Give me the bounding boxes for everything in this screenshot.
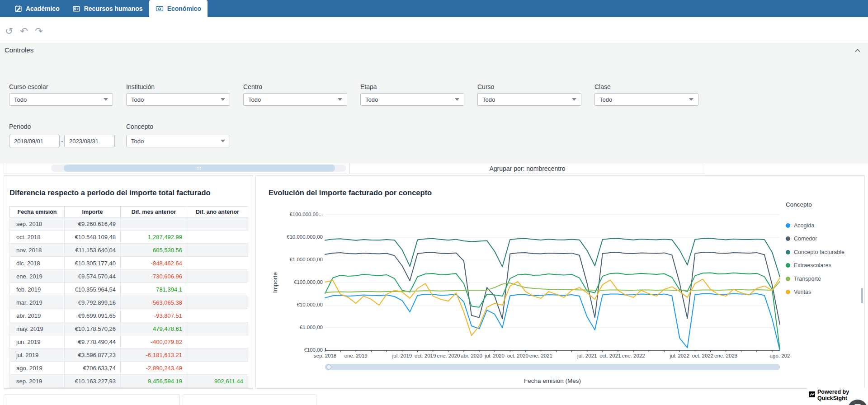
institucion-select[interactable]: Todo	[126, 93, 230, 106]
banknote-icon	[156, 5, 164, 13]
legend-item[interactable]: Extraescolares	[786, 259, 844, 273]
chevron-down-icon	[221, 98, 225, 101]
x-axis-tick-label: ago. 202	[770, 353, 790, 358]
cell-dif-ano	[187, 335, 248, 348]
undo-icon[interactable]: ↶	[19, 25, 29, 37]
period-to-input[interactable]	[64, 135, 115, 147]
cell-fecha: sep. 2019	[10, 375, 65, 388]
x-axis-title: Fecha emisión (Mes)	[524, 377, 581, 384]
etapa-select[interactable]: Todo	[360, 93, 464, 106]
x-axis-tick-label: abr. 2020	[461, 353, 482, 358]
cell-dif-mes: 1,287,492.99	[121, 231, 187, 244]
reset-icon[interactable]: ↺	[4, 25, 14, 37]
chevron-down-icon	[689, 98, 693, 101]
select-value: Todo	[599, 96, 612, 103]
tab-label: Académico	[26, 5, 60, 12]
legend-item[interactable]: Ventas	[786, 286, 844, 299]
table-row[interactable]: sep. 2019€10.163.227,939,456,594.19902,6…	[10, 375, 248, 388]
cell-dif-ano	[187, 257, 248, 270]
cell-importe: €11.153.640,04	[65, 244, 121, 257]
x-axis-tick-label: sep. 2018	[314, 353, 337, 358]
chevron-down-icon	[104, 98, 108, 101]
concepto-select[interactable]: Todo	[126, 135, 230, 147]
x-axis-tick-label: ene. 2021	[529, 353, 552, 358]
table-row[interactable]: jun. 2019€9.778.490,44-400,079.82	[10, 335, 248, 348]
horizontal-scrollbar-thumb[interactable]	[64, 165, 335, 172]
cell-dif-ano: 902,611.44	[187, 375, 248, 388]
tab-label: Recursos humanos	[84, 5, 143, 12]
clase-select[interactable]: Todo	[594, 93, 698, 106]
col-dif-ano-anterior[interactable]: Dif. año anterior	[187, 207, 248, 217]
table-row[interactable]: dic. 2018€10.305.177,40-848,462.64	[10, 257, 248, 270]
cell-fecha: sep. 2018	[10, 217, 65, 231]
legend-label: Ventas	[794, 289, 811, 295]
x-axis-tick-label: ene. 2020	[437, 353, 460, 358]
legend-item[interactable]: Transporte	[786, 272, 844, 286]
x-axis-tick-label: oct. 2021	[599, 353, 621, 358]
table-row[interactable]: sep. 2018€9.260.616,49	[10, 217, 248, 231]
select-value: Todo	[131, 96, 144, 103]
chart-horizontal-scrollbar[interactable]	[325, 364, 780, 370]
x-axis-tick-label: oct. 2019	[415, 353, 436, 358]
redo-icon[interactable]: ↷	[33, 25, 44, 37]
x-axis-tick-label: oct. 2020	[507, 353, 528, 358]
col-fecha-emision[interactable]: Fecha emisión	[10, 207, 65, 217]
series-line-ventas	[325, 278, 780, 336]
sheet-tabbar: Académico Recursos humanos Económico	[0, 0, 868, 17]
tab-recursos-humanos[interactable]: Recursos humanos	[66, 0, 149, 17]
centro-select[interactable]: Todo	[243, 93, 347, 106]
chevron-down-icon	[455, 98, 459, 101]
tab-economico[interactable]: Económico	[149, 0, 208, 17]
card-vertical-scrollbar[interactable]	[861, 288, 863, 303]
collapse-chevron-icon[interactable]	[854, 47, 862, 55]
cell-importe: €9.260.616,49	[65, 217, 121, 231]
table-row[interactable]: oct. 2018€10.548.109,481,287,492.99	[10, 231, 248, 244]
legend-label: Comedor	[794, 235, 817, 242]
cell-dif-ano	[187, 244, 248, 257]
chart-scrollbar-thumb[interactable]	[326, 365, 331, 369]
cell-dif-ano	[187, 270, 248, 283]
legend-item[interactable]: Comedor	[786, 232, 844, 246]
cell-fecha: jun. 2019	[10, 335, 65, 348]
series-line-acogida	[325, 294, 780, 350]
cell-dif-ano	[187, 309, 248, 322]
filter-label-curso: Curso	[477, 83, 494, 90]
table-row[interactable]: ene. 2019€9.574.570,44-730,606.96	[10, 270, 248, 283]
legend-dot	[786, 250, 790, 254]
table-row[interactable]: ago. 2019€706.633,74-2,890,243.49	[10, 362, 248, 375]
table-row[interactable]: may. 2019€10.178.570,26479,478.61	[10, 322, 248, 335]
period-from-input[interactable]	[9, 135, 60, 147]
table-row[interactable]: mar. 2019€9.792.899,16-563,065.38	[10, 296, 248, 309]
cell-importe: €10.355.964,54	[65, 283, 121, 296]
cell-dif-ano	[187, 362, 248, 375]
select-value: Todo	[482, 96, 495, 103]
scrolled-visual-bottom	[4, 163, 347, 174]
curso-select[interactable]: Todo	[477, 93, 581, 106]
cell-fecha: may. 2019	[10, 322, 65, 335]
legend-item[interactable]: Acogida	[786, 219, 844, 232]
col-dif-mes-anterior[interactable]: Dif. mes anterior	[121, 207, 187, 217]
table-row[interactable]: abr. 2019€9.699.091,65-93,807.51	[10, 309, 248, 322]
table-row[interactable]: feb. 2019€10.355.964,54781,394.1	[10, 283, 248, 296]
legend-item[interactable]: Concepto facturable	[786, 245, 844, 259]
x-axis-tick-label: jul. 2021	[577, 353, 597, 358]
x-axis-tick-label: ene. 2022	[622, 353, 645, 358]
tab-label: Económico	[167, 5, 201, 12]
col-importe[interactable]: Importe	[65, 207, 121, 217]
filter-label-centro: Centro	[243, 83, 262, 90]
table-row[interactable]: nov. 2018€11.153.640,04605,530.56	[10, 244, 248, 257]
cell-importe: €10.305.177,40	[65, 257, 121, 270]
select-value: Todo	[131, 138, 144, 145]
legend-label: Extraescolares	[794, 262, 831, 268]
cell-dif-ano	[187, 217, 248, 231]
horizontal-scrollbar-track[interactable]	[51, 165, 346, 172]
cell-importe: €9.792.899,16	[65, 296, 121, 309]
cell-fecha: feb. 2019	[10, 283, 65, 296]
next-visual-card	[183, 394, 316, 405]
cell-importe: €706.633,74	[65, 362, 121, 375]
tab-academico[interactable]: Académico	[8, 0, 66, 17]
table-row[interactable]: jul. 2019€3.596.877,23-6,181,613.21	[10, 348, 248, 362]
series-line-comedor	[325, 252, 780, 325]
legend-dot	[786, 290, 790, 294]
curso-escolar-select[interactable]: Todo	[9, 93, 113, 106]
